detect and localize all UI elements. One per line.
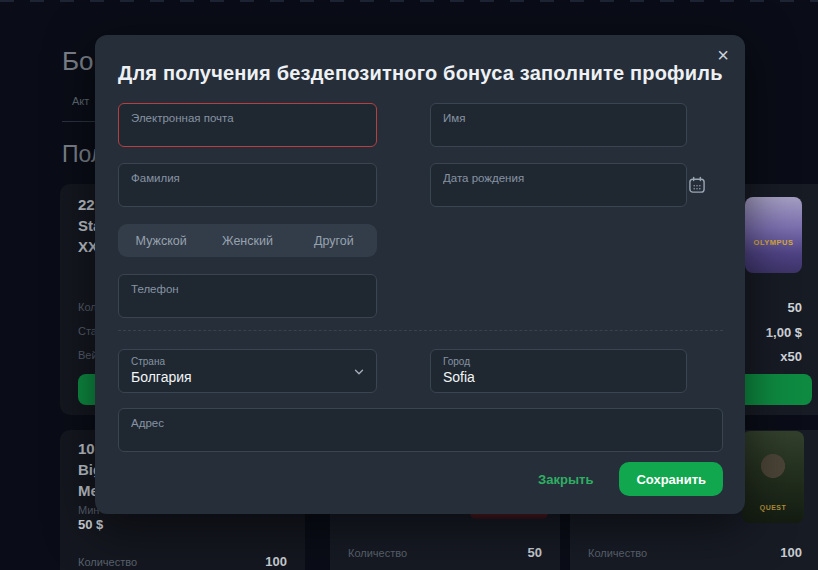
profile-modal: × Для получения бездепозитного бонуса за… [95,35,745,514]
modal-title: Для получения бездепозитного бонуса запо… [118,60,722,86]
country-label: Страна [131,356,364,367]
email-field[interactable] [118,103,377,147]
gender-option-male[interactable]: Мужской [118,234,204,248]
birth-date-field[interactable] [430,163,687,207]
country-select[interactable]: Страна Болгария [118,349,377,393]
close-modal-button[interactable]: Закрыть [538,472,593,487]
last-name-field[interactable] [118,163,377,207]
city-label: Город [443,356,674,367]
page-title: Бо [62,46,94,77]
first-name-field[interactable] [430,103,687,147]
quantity-value: 100 [780,545,802,560]
quantity-label: Количество [78,556,137,568]
quantity-label: Количество [348,547,407,559]
phone-field[interactable] [118,274,377,318]
gender-option-other[interactable]: Другой [291,234,377,248]
game-thumbnail-title: OLYMPUS [754,238,794,247]
address-field[interactable] [118,408,723,452]
quantity-label: Количество [588,547,647,559]
modal-footer: Закрыть Сохранить [538,462,723,496]
gender-option-female[interactable]: Женский [204,234,290,248]
quantity-value: 100 [265,554,287,569]
section-divider [118,330,723,331]
game-thumbnail-quest: QUEST [742,431,804,523]
chevron-down-icon [352,365,366,379]
calendar-icon[interactable] [687,175,707,195]
save-profile-button[interactable]: Сохранить [619,462,723,496]
bonus-detail-value: x50 [780,349,802,364]
screen: Бо Акт Пол 22 Sta XX Кол Ста Вей OLYMPUS… [0,0,818,570]
game-thumbnail-title: QUEST [760,504,787,511]
game-thumbnail-olympus: OLYMPUS [745,197,802,273]
tab-active-bonuses[interactable]: Акт [72,95,89,107]
city-value: Sofia [443,369,674,385]
quantity-value: 50 [528,545,542,560]
gender-selector: Мужской Женский Другой [118,224,377,257]
bonus-detail-value: 50 [788,300,802,315]
bonus-detail-value: 1,00 $ [766,325,802,340]
bonus-detail-label: Кол [78,301,97,313]
city-field[interactable]: Город Sofia [430,349,687,393]
min-deposit-value: 50 $ [78,517,103,532]
country-value: Болгария [131,369,364,385]
